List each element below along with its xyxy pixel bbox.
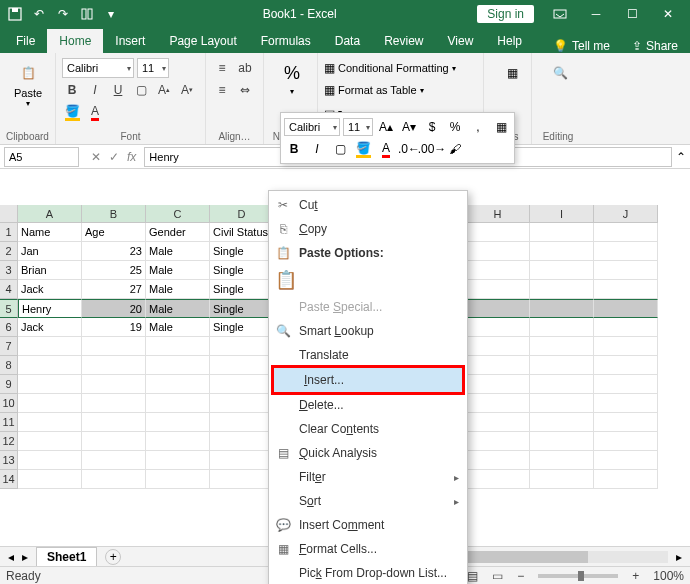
cell[interactable]	[594, 451, 658, 470]
cell[interactable]	[210, 413, 274, 432]
cell[interactable]	[18, 432, 82, 451]
cell[interactable]	[530, 242, 594, 261]
cell[interactable]	[210, 451, 274, 470]
sheet-nav-next-icon[interactable]: ▸	[22, 550, 28, 564]
cell[interactable]	[210, 337, 274, 356]
font-name-dropdown[interactable]: Calibri	[62, 58, 134, 78]
cell[interactable]: Male	[146, 242, 210, 261]
cell[interactable]	[82, 470, 146, 489]
cell[interactable]: Henry	[18, 299, 82, 318]
tab-view[interactable]: View	[436, 29, 486, 53]
cell[interactable]	[466, 318, 530, 337]
ctx-pick-from-list[interactable]: Pick From Drop-down List...	[269, 561, 467, 584]
cell[interactable]	[210, 470, 274, 489]
select-all-triangle[interactable]	[0, 205, 18, 223]
cell[interactable]	[594, 318, 658, 337]
row-header[interactable]: 6	[0, 318, 18, 337]
close-icon[interactable]: ✕	[650, 0, 686, 28]
tab-home[interactable]: Home	[47, 29, 103, 53]
italic-button[interactable]: I	[85, 80, 105, 100]
ctx-filter[interactable]: Filter▸	[269, 465, 467, 489]
row-header[interactable]: 7	[0, 337, 18, 356]
cell[interactable]: 27	[82, 280, 146, 299]
cell[interactable]: Single	[210, 299, 274, 318]
sheet-tab[interactable]: Sheet1	[36, 547, 97, 566]
view-page-break-icon[interactable]: ▭	[492, 569, 503, 583]
ctx-cut[interactable]: ✂Cut	[269, 193, 467, 217]
cell[interactable]	[146, 432, 210, 451]
cell[interactable]: Male	[146, 261, 210, 280]
cell[interactable]	[594, 280, 658, 299]
cell[interactable]	[530, 394, 594, 413]
cell[interactable]	[466, 223, 530, 242]
mini-accounting-icon[interactable]: $	[422, 117, 442, 137]
cell[interactable]	[146, 451, 210, 470]
cell[interactable]	[210, 375, 274, 394]
name-box[interactable]: A5	[4, 147, 79, 167]
cell[interactable]	[466, 337, 530, 356]
col-header[interactable]: C	[146, 205, 210, 223]
mini-comma-icon[interactable]: ,	[468, 117, 488, 137]
col-header[interactable]: H	[466, 205, 530, 223]
cell[interactable]	[466, 394, 530, 413]
cell[interactable]	[530, 318, 594, 337]
cell[interactable]	[82, 356, 146, 375]
mini-increase-font-icon[interactable]: A▴	[376, 117, 396, 137]
cell[interactable]	[18, 413, 82, 432]
conditional-formatting-button[interactable]: ▦ Conditional Formatting▾	[324, 57, 477, 79]
tab-data[interactable]: Data	[323, 29, 372, 53]
save-icon[interactable]	[4, 3, 26, 25]
cell[interactable]	[530, 432, 594, 451]
cell[interactable]	[146, 470, 210, 489]
row-header[interactable]: 12	[0, 432, 18, 451]
cancel-formula-icon[interactable]: ✕	[91, 150, 101, 164]
cell[interactable]: Name	[18, 223, 82, 242]
mini-font-name[interactable]: Calibri	[284, 118, 340, 136]
cell[interactable]: Jack	[18, 318, 82, 337]
mini-percent-icon[interactable]: %	[445, 117, 465, 137]
cell[interactable]	[82, 394, 146, 413]
cell[interactable]	[594, 299, 658, 318]
cell[interactable]	[146, 375, 210, 394]
tab-review[interactable]: Review	[372, 29, 435, 53]
row-header[interactable]: 11	[0, 413, 18, 432]
qat-spacer-icon[interactable]	[76, 3, 98, 25]
mini-font-size[interactable]: 11	[343, 118, 373, 136]
mini-format-icon[interactable]: ▦	[491, 117, 511, 137]
tab-file[interactable]: File	[4, 29, 47, 53]
cell[interactable]	[82, 413, 146, 432]
ctx-smart-lookup[interactable]: 🔍Smart Lookup	[269, 319, 467, 343]
decrease-font-icon[interactable]: A▾	[177, 80, 197, 100]
ctx-sort[interactable]: Sort▸	[269, 489, 467, 513]
format-as-table-button[interactable]: ▦ Format as Table▾	[324, 79, 477, 101]
cell[interactable]	[594, 470, 658, 489]
cell[interactable]	[18, 394, 82, 413]
mini-decrease-decimal-icon[interactable]: .0←	[399, 139, 419, 159]
cell[interactable]: Single	[210, 280, 274, 299]
cell[interactable]	[82, 337, 146, 356]
cell[interactable]	[530, 280, 594, 299]
redo-icon[interactable]: ↷	[52, 3, 74, 25]
mini-bold-button[interactable]: B	[284, 139, 304, 159]
zoom-slider[interactable]	[538, 574, 618, 578]
cell[interactable]	[530, 299, 594, 318]
merge-icon[interactable]: ⇔	[235, 80, 255, 100]
cell[interactable]	[146, 394, 210, 413]
cell[interactable]	[530, 470, 594, 489]
enter-formula-icon[interactable]: ✓	[109, 150, 119, 164]
cell[interactable]	[82, 375, 146, 394]
cell[interactable]	[466, 375, 530, 394]
cell[interactable]: Jan	[18, 242, 82, 261]
fill-color-icon[interactable]: 🪣	[62, 102, 82, 122]
cell[interactable]	[530, 261, 594, 280]
ctx-translate[interactable]: Translate	[269, 343, 467, 367]
cell[interactable]	[594, 337, 658, 356]
cell[interactable]: 20	[82, 299, 146, 318]
row-header[interactable]: 2	[0, 242, 18, 261]
cell[interactable]	[466, 413, 530, 432]
ribbon-options-icon[interactable]	[542, 0, 578, 28]
mini-font-color-icon[interactable]: A	[376, 139, 396, 159]
tab-formulas[interactable]: Formulas	[249, 29, 323, 53]
editing-button[interactable]: 🔍	[538, 57, 582, 89]
mini-italic-button[interactable]: I	[307, 139, 327, 159]
